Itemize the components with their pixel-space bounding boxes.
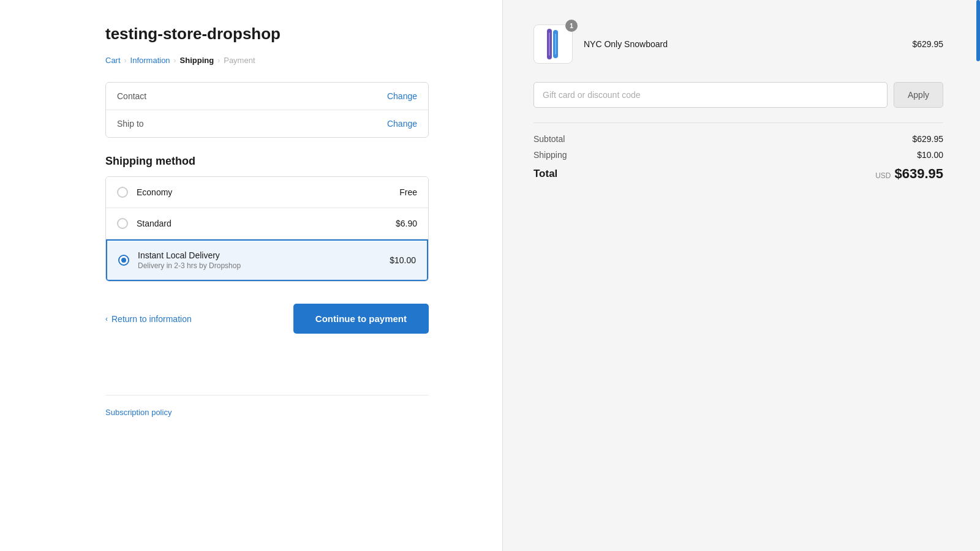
svg-rect-3	[555, 34, 556, 54]
product-quantity-badge: 1	[565, 20, 578, 32]
subtotal-row: Subtotal $629.95	[533, 134, 943, 144]
product-image-wrap: 1	[533, 24, 573, 64]
option-name-standard: Standard	[137, 219, 396, 228]
radio-economy	[117, 187, 128, 198]
total-value: $639.95	[894, 166, 943, 182]
product-row: 1 NYC Only Snowboard $629.95	[533, 24, 943, 64]
option-desc-instant: Delivery in 2-3 hrs by Dropshop	[138, 261, 390, 270]
total-label: Total	[533, 168, 557, 180]
continue-button[interactable]: Continue to payment	[293, 304, 429, 334]
product-price: $629.95	[912, 39, 943, 49]
option-name-economy: Economy	[137, 187, 399, 197]
contact-change-link[interactable]: Change	[387, 91, 417, 101]
snowboard-icon	[541, 28, 565, 61]
ship-to-row: Ship to Change	[106, 110, 428, 137]
shipping-value: $10.00	[917, 150, 943, 160]
right-panel: 1 NYC Only Snowboard $629.95 Apply Subto…	[502, 0, 980, 551]
subscription-link[interactable]: Subscription policy	[105, 408, 172, 417]
breadcrumb-payment: Payment	[224, 56, 255, 65]
option-info-standard: Standard	[137, 219, 396, 228]
breadcrumb-cart[interactable]: Cart	[105, 56, 121, 65]
shipping-options: Economy Free Standard $6.90 Instant Loca…	[105, 176, 429, 282]
option-name-instant: Instant Local Delivery	[138, 250, 390, 260]
shipping-option-standard[interactable]: Standard $6.90	[106, 208, 428, 239]
option-info-instant: Instant Local Delivery Delivery in 2-3 h…	[138, 250, 390, 270]
contact-label: Contact	[117, 91, 146, 101]
ship-to-label: Ship to	[117, 119, 144, 129]
bottom-divider: Subscription policy	[105, 395, 429, 418]
shipping-label: Shipping	[533, 150, 567, 160]
svg-rect-2	[549, 32, 550, 56]
left-panel: testing-store-dropshop Cart › Informatio…	[0, 0, 502, 551]
option-price-instant: $10.00	[390, 255, 416, 265]
discount-input[interactable]	[533, 82, 888, 108]
apply-button[interactable]: Apply	[894, 82, 943, 108]
breadcrumb-sep-3: ›	[217, 56, 220, 65]
back-link[interactable]: ‹ Return to information	[105, 314, 192, 324]
breadcrumb-sep-1: ›	[124, 56, 127, 65]
breadcrumb-shipping: Shipping	[180, 56, 214, 65]
breadcrumb: Cart › Information › Shipping › Payment	[105, 56, 429, 65]
shipping-option-economy[interactable]: Economy Free	[106, 177, 428, 208]
breadcrumb-information[interactable]: Information	[130, 56, 170, 65]
subtotal-value: $629.95	[912, 134, 943, 144]
shipping-option-instant[interactable]: Instant Local Delivery Delivery in 2-3 h…	[106, 239, 428, 281]
breadcrumb-sep-2: ›	[174, 56, 176, 65]
store-title: testing-store-dropshop	[105, 24, 429, 43]
total-currency: USD	[875, 171, 891, 180]
totals-section: Subtotal $629.95 Shipping $10.00 Total U…	[533, 122, 943, 182]
contact-row: Contact Change	[106, 83, 428, 110]
product-image	[533, 24, 573, 64]
total-value-wrap: USD $639.95	[875, 166, 943, 182]
discount-row: Apply	[533, 82, 943, 108]
back-link-label: Return to information	[111, 314, 192, 324]
radio-standard	[117, 218, 128, 229]
shipping-row: Shipping $10.00	[533, 150, 943, 160]
chevron-left-icon: ‹	[105, 315, 108, 323]
option-price-standard: $6.90	[396, 219, 417, 228]
option-info-economy: Economy	[137, 187, 399, 197]
option-price-economy: Free	[399, 187, 417, 197]
footer-actions: ‹ Return to information Continue to paym…	[105, 304, 429, 334]
radio-instant	[118, 255, 129, 266]
subtotal-label: Subtotal	[533, 134, 565, 144]
product-name: NYC Only Snowboard	[584, 39, 901, 49]
shipping-section-title: Shipping method	[105, 155, 429, 168]
contact-info-box: Contact Change Ship to Change	[105, 82, 429, 138]
ship-to-change-link[interactable]: Change	[387, 119, 417, 129]
total-final-row: Total USD $639.95	[533, 166, 943, 182]
